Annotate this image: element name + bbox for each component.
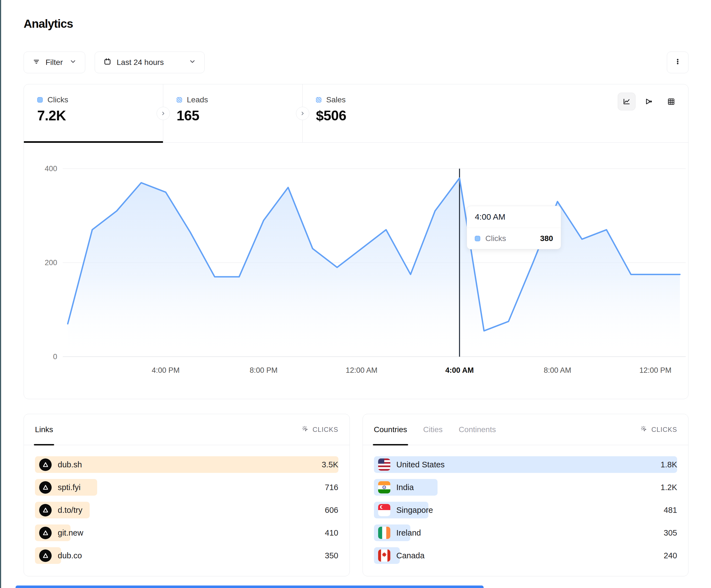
ca-flag-icon (378, 549, 390, 562)
tooltip-series-label: Clicks (485, 234, 506, 243)
sales-tab-value: $506 (316, 108, 442, 124)
link-label: dub.sh (58, 460, 82, 469)
clicks-chart-area: 02004004:00 PM8:00 PM12:00 AM4:00 AM8:00… (24, 142, 688, 398)
tab-clicks[interactable]: Clicks 7.2K (24, 84, 163, 142)
country-label: Canada (396, 551, 425, 560)
country-label: Singapore (396, 506, 433, 515)
link-value: 410 (325, 528, 338, 538)
cursor-click-icon (640, 425, 648, 434)
dub-logo-icon (39, 458, 52, 471)
link-row[interactable]: d.to/try606 (35, 502, 339, 518)
link-value: 606 (325, 506, 338, 515)
tab-leads[interactable]: Leads 165 (163, 84, 303, 142)
country-label: Ireland (396, 528, 421, 538)
x-axis-tick-label: 4:00 AM (445, 366, 474, 375)
links-metric[interactable]: CLICKS (301, 414, 339, 445)
tooltip-value: 380 (540, 234, 553, 243)
ie-flag-icon (378, 527, 390, 539)
chart-tooltip: 4:00 AM Clicks 380 (467, 206, 561, 249)
x-axis-tick-label: 8:00 AM (544, 366, 571, 375)
tab-links[interactable]: Links (35, 414, 53, 445)
link-label: git.new (58, 528, 83, 538)
tab-countries[interactable]: Countries (374, 414, 407, 445)
sales-series-swatch (316, 97, 322, 103)
country-row[interactable]: Singapore481 (374, 502, 677, 518)
link-row[interactable]: dub.sh3.5K (35, 456, 339, 473)
country-value: 481 (664, 506, 677, 515)
analytics-page: Analytics Filter Last (0, 0, 711, 588)
tab-continents[interactable]: Continents (459, 414, 496, 445)
clicks-tab-value: 7.2K (37, 108, 163, 124)
x-axis-tick-label: 4:00 PM (152, 366, 180, 375)
tooltip-series-swatch (475, 236, 480, 241)
expand-clicks-chevron-button[interactable] (156, 107, 170, 120)
calendar-icon (103, 58, 112, 68)
page-title: Analytics (24, 17, 689, 30)
link-value: 3.5K (322, 460, 339, 469)
dub-logo-icon (39, 549, 52, 562)
filter-button[interactable]: Filter (24, 51, 85, 73)
window-edge-strip (0, 0, 1, 588)
cursor-click-icon (301, 425, 309, 434)
tab-cities[interactable]: Cities (423, 414, 443, 445)
y-axis-tick-label: 400 (45, 164, 57, 173)
date-range-button[interactable]: Last 24 hours (95, 51, 204, 73)
country-row[interactable]: United States1.8K (374, 456, 677, 473)
tooltip-time: 4:00 AM (467, 206, 561, 228)
bottom-scroll-indicator[interactable] (16, 586, 483, 588)
dub-logo-icon (39, 504, 52, 516)
us-flag-icon (378, 458, 390, 471)
dub-logo-icon (39, 527, 52, 539)
country-value: 1.8K (661, 460, 677, 469)
link-label: dub.co (58, 551, 82, 560)
link-value: 716 (325, 483, 338, 492)
links-metric-label: CLICKS (313, 426, 339, 433)
country-value: 240 (664, 551, 677, 560)
chart-type-switcher (618, 84, 688, 142)
chevron-down-icon (69, 58, 77, 67)
funnel-view-button[interactable] (640, 93, 658, 110)
countries-metric[interactable]: CLICKS (640, 414, 677, 445)
y-axis-tick-label: 200 (45, 258, 57, 267)
leads-tab-label: Leads (187, 95, 208, 104)
country-value: 1.2K (661, 483, 677, 492)
tab-sales[interactable]: Sales $506 (303, 84, 442, 142)
expand-leads-chevron-button[interactable] (296, 107, 309, 120)
in-flag-icon (378, 481, 390, 493)
x-axis-tick-label: 8:00 PM (250, 366, 278, 375)
clicks-tab-label: Clicks (47, 95, 68, 104)
filter-button-label: Filter (45, 58, 63, 67)
line-chart-view-button[interactable] (618, 93, 635, 110)
table-view-button[interactable] (662, 93, 680, 110)
dub-logo-icon (39, 481, 52, 494)
countries-panel: Countries Cities Continents CLICKS Unit (363, 414, 689, 576)
link-row[interactable]: spti.fyi716 (35, 479, 339, 496)
country-row[interactable]: Ireland305 (374, 524, 677, 541)
country-row[interactable]: Canada240 (374, 547, 677, 564)
link-label: spti.fyi (58, 483, 81, 492)
link-value: 350 (325, 551, 338, 560)
links-panel: Links CLICKS dub.sh3.5Kspti.fyi716d.to/t… (24, 414, 350, 576)
leads-tab-value: 165 (177, 108, 302, 124)
country-value: 305 (664, 528, 677, 538)
sg-flag-icon (378, 504, 390, 516)
clicks-series-swatch (37, 97, 43, 103)
filter-icon (32, 58, 41, 68)
analytics-card: Clicks 7.2K Leads 165 (24, 84, 689, 399)
sales-tab-label: Sales (326, 95, 346, 104)
bottom-panels: Links CLICKS dub.sh3.5Kspti.fyi716d.to/t… (24, 414, 689, 576)
link-label: d.to/try (58, 506, 83, 515)
link-row[interactable]: git.new410 (35, 524, 339, 541)
country-row[interactable]: India1.2K (374, 479, 677, 496)
kebab-menu-icon (673, 58, 682, 68)
leads-series-swatch (177, 97, 182, 103)
stats-tabs-row: Clicks 7.2K Leads 165 (24, 84, 688, 142)
countries-metric-label: CLICKS (651, 426, 677, 433)
link-row[interactable]: dub.co350 (35, 547, 339, 564)
x-axis-tick-label: 12:00 PM (639, 366, 672, 375)
chevron-down-icon (189, 58, 196, 67)
more-options-button[interactable] (667, 51, 689, 73)
date-range-label: Last 24 hours (116, 58, 164, 67)
clicks-area-chart[interactable]: 02004004:00 PM8:00 PM12:00 AM4:00 AM8:00… (24, 142, 688, 398)
toolbar: Filter Last 24 hours (24, 51, 689, 73)
